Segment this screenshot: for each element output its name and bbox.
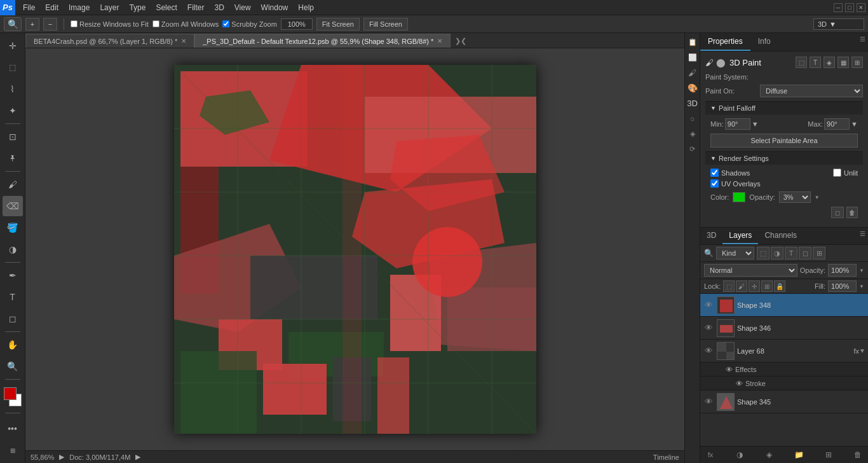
canvas-area[interactable] [25, 48, 684, 450]
menu-window[interactable]: Window [256, 2, 294, 13]
max-arrow[interactable]: ▼ [851, 120, 858, 128]
layer-row-shape348[interactable]: 👁 Shape 348 [700, 294, 868, 317]
panel-icon-color[interactable]: 🎨 [686, 81, 699, 94]
props-icon4[interactable]: ▦ [837, 57, 849, 68]
filter-shape-icon[interactable]: ◻ [799, 247, 811, 259]
fit-screen-btn[interactable]: Fit Screen [316, 18, 360, 31]
panel-icon-adjust[interactable]: ☼ [686, 112, 699, 125]
tool-type[interactable]: T [3, 287, 23, 307]
menu-help[interactable]: Help [293, 2, 319, 13]
tab-beta4crash-close[interactable]: ✕ [181, 38, 186, 45]
lock-position-btn[interactable]: ✛ [749, 280, 760, 292]
menu-layer[interactable]: Layer [95, 2, 124, 13]
layer-visibility-shape348[interactable]: 👁 [703, 300, 714, 311]
select-paintable-btn[interactable]: Select Paintable Area [710, 134, 858, 148]
menu-select[interactable]: Select [151, 2, 182, 13]
tool-dodge[interactable]: ◑ [3, 239, 23, 259]
footer-fx-btn[interactable]: fx [704, 448, 717, 461]
menu-filter[interactable]: Filter [182, 2, 210, 13]
zoom-in-btn[interactable]: + [25, 18, 39, 31]
zoom-out-btn[interactable]: − [43, 18, 57, 31]
render-settings-header[interactable]: ▼ Render Settings [705, 151, 863, 165]
tool-lasso[interactable]: ⌇ [3, 79, 23, 99]
props-icon3[interactable]: ◈ [824, 57, 835, 68]
footer-new-layer-btn[interactable]: ⊞ [822, 448, 835, 461]
minimize-btn[interactable]: ─ [834, 3, 843, 12]
filter-smart-icon[interactable]: ⊞ [813, 247, 825, 259]
opacity-arrow-layers[interactable]: ▼ [859, 268, 864, 273]
min-arrow[interactable]: ▼ [752, 120, 759, 128]
tool-paint-bucket[interactable]: 🪣 [3, 218, 23, 238]
footer-group-btn[interactable]: 📁 [792, 448, 805, 461]
shadows-checkbox-label[interactable]: Shadows [710, 169, 750, 177]
color-swatch[interactable] [733, 192, 745, 202]
footer-delete-btn[interactable]: 🗑 [851, 448, 864, 461]
menu-image[interactable]: Image [64, 2, 95, 13]
zoom-all-windows-checkbox[interactable] [153, 20, 159, 27]
opacity-dropdown-props[interactable]: 3% [779, 191, 811, 203]
layers-panel-menu[interactable]: ☰ [860, 230, 865, 242]
resize-windows-checkbox[interactable] [71, 20, 78, 27]
zoom-all-windows-label[interactable]: Zoom All Windows [153, 20, 219, 28]
opacity-arrow[interactable]: ▼ [815, 195, 820, 200]
footer-adjust-btn[interactable]: ◈ [763, 448, 776, 461]
tool-marquee[interactable]: ⬚ [3, 57, 23, 78]
props-panel-menu[interactable]: ☰ [860, 36, 865, 48]
tab-ps3d-close[interactable]: ✕ [437, 38, 442, 45]
paint-on-dropdown[interactable]: Diffuse [760, 85, 863, 97]
lock-artboard-btn[interactable]: ⊞ [761, 280, 773, 292]
panel-icon-properties[interactable]: 📋 [686, 36, 699, 48]
layer-fx-expand[interactable]: ▼ [859, 347, 865, 354]
max-input[interactable] [824, 118, 850, 130]
tool-shape[interactable]: ◻ [3, 308, 23, 329]
tab-3d[interactable]: 3D [700, 228, 722, 244]
blend-mode-dropdown[interactable]: Normal [704, 264, 797, 277]
props-icon2[interactable]: T [810, 57, 821, 68]
zoom-tool-icon[interactable]: 🔍 [4, 17, 22, 31]
paint-falloff-header[interactable]: ▼ Paint Falloff [705, 101, 863, 114]
filter-pixel-icon[interactable]: ⬚ [757, 247, 770, 259]
tool-crop[interactable]: ⊡ [3, 127, 23, 147]
menu-3d[interactable]: 3D [209, 2, 229, 13]
layer-visibility-shape345[interactable]: 👁 [703, 396, 714, 408]
filter-adjust-icon[interactable]: ◑ [771, 247, 783, 259]
uv-overlays-checkbox-label[interactable]: UV Overlays [710, 179, 761, 188]
fill-arrow[interactable]: ▼ [859, 284, 864, 289]
menu-type[interactable]: Type [124, 2, 151, 13]
maximize-btn[interactable]: □ [845, 3, 854, 12]
tool-eyedropper[interactable]: 🖈 [3, 148, 23, 169]
foreground-color[interactable] [4, 387, 17, 400]
panel-icon-brush[interactable]: 🖌 [686, 66, 699, 79]
footer-mask-btn[interactable]: ◑ [733, 448, 746, 461]
effects-visibility[interactable]: 👁 [726, 366, 733, 373]
scrubby-zoom-label[interactable]: Scrubby Zoom [222, 20, 277, 28]
tool-wand[interactable]: ✦ [3, 100, 23, 121]
tab-panel-collapse[interactable]: ❯❮ [453, 34, 468, 48]
uv-overlays-checkbox[interactable] [710, 179, 719, 188]
props-icon5[interactable]: ⊞ [851, 57, 863, 68]
layer-visibility-layer68[interactable]: 👁 [703, 345, 714, 357]
timeline-label[interactable]: Timeline [653, 453, 679, 461]
unlit-checkbox[interactable] [833, 169, 841, 177]
layer-row-layer68[interactable]: 👁 Layer 68 fx ▼ [700, 340, 868, 363]
layer-sub-effects-item[interactable]: 👁 Effects [723, 364, 868, 375]
tool-pen[interactable]: ✒ [3, 265, 23, 286]
layer-row-shape346[interactable]: 👁 Shape 346 [700, 317, 868, 340]
lock-paint-btn[interactable]: 🖌 [736, 280, 747, 292]
tool-zoom[interactable]: 🔍 [3, 356, 23, 377]
tool-hand[interactable]: ✋ [3, 335, 23, 355]
props-delete-btn[interactable]: 🗑 [846, 207, 858, 218]
tool-brush[interactable]: 🖌 [3, 174, 23, 195]
close-btn[interactable]: ✕ [857, 3, 865, 12]
unlit-checkbox-label[interactable]: Unlit [833, 169, 858, 177]
kind-dropdown[interactable]: Kind [716, 247, 754, 259]
menu-file[interactable]: File [18, 2, 40, 13]
tool-artboard[interactable]: ⊞ [3, 440, 23, 460]
props-action-icon1[interactable]: ◻ [831, 207, 844, 218]
doc-arrow-icon[interactable]: ▶ [135, 453, 140, 461]
menu-edit[interactable]: Edit [40, 2, 64, 13]
tab-properties[interactable]: Properties [700, 33, 750, 51]
lock-all-btn[interactable]: 🔒 [774, 280, 785, 292]
status-arrow-icon[interactable]: ▶ [59, 453, 64, 461]
layer-visibility-shape346[interactable]: 👁 [703, 322, 714, 334]
